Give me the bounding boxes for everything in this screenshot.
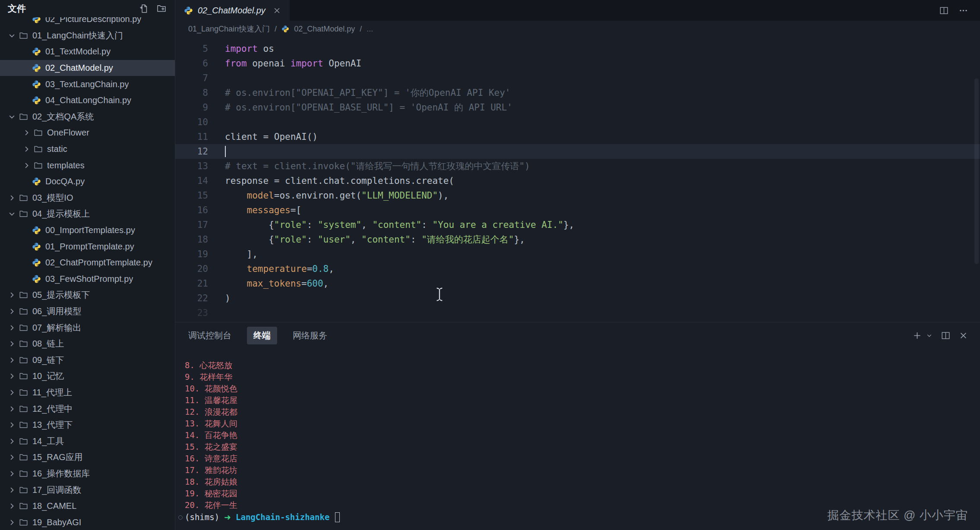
line-number: 6: [175, 56, 208, 71]
folder-icon: [34, 145, 43, 154]
file-tree: 02_PictureDescription.py01_LangChain快速入门…: [0, 17, 175, 530]
tree-item[interactable]: 07_解析输出: [0, 319, 175, 336]
editor-scrollbar[interactable]: [974, 79, 979, 264]
editor-tab[interactable]: 02_ChatModel.py: [175, 0, 290, 21]
tree-item[interactable]: templates: [0, 157, 175, 174]
tree-item-label: static: [47, 144, 67, 154]
tree-item[interactable]: 09_链下: [0, 352, 175, 368]
new-file-icon[interactable]: [139, 4, 149, 13]
tree-item[interactable]: 04_提示模板上: [0, 206, 175, 222]
folder-icon: [19, 453, 28, 462]
panel-tab[interactable]: 网络服务: [293, 330, 327, 341]
close-panel-icon[interactable]: [959, 331, 968, 340]
tree-item[interactable]: 03_模型IO: [0, 190, 175, 206]
code-line[interactable]: 13# text = client.invoke("请给我写一句情人节红玫瑰的中…: [175, 159, 980, 174]
token: "user": [318, 234, 351, 245]
token: OpenAI: [323, 58, 362, 69]
tree-item[interactable]: 02_PictureDescription.py: [0, 17, 175, 28]
tree-item-label: 03_FewShotPrompt.py: [45, 274, 133, 284]
code-line[interactable]: 18 {"role": "user", "content": "请给我的花店起个…: [175, 232, 980, 247]
tree-item[interactable]: 03_TextLangChain.py: [0, 76, 175, 92]
tree-item[interactable]: 03_FewShotPrompt.py: [0, 271, 175, 287]
code-line[interactable]: 11client = OpenAI(): [175, 129, 980, 144]
code-line[interactable]: 16 messages=[: [175, 203, 980, 218]
terminal-output[interactable]: 8. 心花怒放9. 花样年华10. 花颜悦色11. 温馨花屋12. 浪漫花都13…: [175, 348, 980, 530]
code-line[interactable]: 10: [175, 115, 980, 129]
split-editor-icon[interactable]: [939, 6, 948, 15]
code-line[interactable]: 6from openai import OpenAI: [175, 56, 980, 71]
tree-item[interactable]: 16_操作数据库: [0, 466, 175, 482]
tree-item[interactable]: OneFlower: [0, 125, 175, 141]
line-number: 12: [175, 144, 208, 159]
panel-tab[interactable]: 调试控制台: [188, 330, 231, 341]
tree-item[interactable]: 10_记忆: [0, 368, 175, 385]
tree-item[interactable]: 02_ChatPromptTemplate.py: [0, 255, 175, 271]
token: [225, 205, 247, 215]
token: {: [225, 220, 274, 230]
breadcrumb-file[interactable]: 02_ChatModel.py: [294, 25, 355, 34]
terminal-dropdown-icon[interactable]: [926, 332, 933, 339]
tree-item[interactable]: 18_CAMEL: [0, 498, 175, 514]
watermark: 掘金技术社区 @ 小小宇宙: [828, 508, 968, 523]
code-text: max_tokens=600,: [208, 276, 329, 291]
code-line[interactable]: 21 max_tokens=600,: [175, 276, 980, 291]
code-line[interactable]: 14response = client.chat.completions.cre…: [175, 174, 980, 188]
line-number: 8: [175, 85, 208, 100]
python-icon: [32, 96, 41, 105]
code-line[interactable]: 23: [175, 306, 980, 320]
tree-item[interactable]: 00_ImportTemplates.py: [0, 222, 175, 239]
tab-title: 02_ChatModel.py: [198, 6, 266, 16]
tree-item[interactable]: 01_PromptTemplate.py: [0, 238, 175, 255]
tree-item[interactable]: 13_代理下: [0, 417, 175, 433]
tree-item[interactable]: 01_LangChain快速入门: [0, 28, 175, 44]
tree-item[interactable]: 17_回调函数: [0, 482, 175, 498]
terminal-output-line: 9. 花样年华: [185, 371, 980, 383]
tree-item[interactable]: 11_代理上: [0, 385, 175, 401]
code-line[interactable]: 12: [175, 144, 980, 159]
tab-close-icon[interactable]: [273, 6, 281, 15]
code-line[interactable]: 8# os.environ["OPENAI_API_KEY"] = '你的Ope…: [175, 85, 980, 100]
tree-item[interactable]: 12_代理中: [0, 401, 175, 417]
editor-caret: [225, 146, 226, 157]
new-terminal-icon[interactable]: [913, 331, 922, 340]
terminal-output-line: 15. 花之盛宴: [185, 441, 980, 453]
tree-item-label: 11_代理上: [32, 387, 72, 398]
tree-item[interactable]: DocQA.py: [0, 174, 175, 190]
tree-item-label: 16_操作数据库: [32, 468, 90, 480]
breadcrumb-folder[interactable]: 01_LangChain快速入门: [188, 24, 270, 34]
code-line[interactable]: 5import os: [175, 41, 980, 56]
tree-item[interactable]: 08_链上: [0, 336, 175, 352]
tree-item[interactable]: 05_提示模板下: [0, 287, 175, 303]
token: ): [225, 293, 231, 303]
tree-item[interactable]: 06_调用模型: [0, 303, 175, 320]
tree-item[interactable]: 19_BabyAGI: [0, 514, 175, 530]
token: :: [307, 234, 318, 245]
code-line[interactable]: 20 temperature=0.8,: [175, 262, 980, 276]
token: },: [514, 234, 525, 245]
tree-item[interactable]: 01_TextModel.py: [0, 44, 175, 60]
tree-item[interactable]: 02_ChatModel.py: [0, 60, 175, 76]
panel-tabbar: 调试控制台终端网络服务: [175, 322, 980, 348]
tree-item[interactable]: 04_ChatLongChain.py: [0, 92, 175, 109]
tree-item[interactable]: static: [0, 141, 175, 158]
tree-item[interactable]: 02_文档QA系统: [0, 109, 175, 125]
new-folder-icon[interactable]: [157, 4, 166, 13]
more-actions-icon[interactable]: [959, 6, 968, 15]
code-line[interactable]: 19 ],: [175, 247, 980, 262]
tree-item-label: 02_文档QA系统: [32, 111, 94, 123]
code-editor[interactable]: 5import os6from openai import OpenAI78# …: [175, 37, 980, 322]
terminal-output-line: 19. 秘密花园: [185, 488, 980, 499]
token: ,: [351, 234, 361, 245]
code-line[interactable]: 7: [175, 71, 980, 85]
code-line[interactable]: 22): [175, 291, 980, 306]
code-line[interactable]: 9# os.environ["OPENAI_BASE_URL"] = 'Open…: [175, 100, 980, 115]
panel-tab[interactable]: 终端: [247, 327, 277, 344]
breadcrumb-more[interactable]: ...: [367, 25, 373, 34]
tree-item[interactable]: 15_RAG应用: [0, 449, 175, 466]
python-icon: [32, 17, 41, 24]
split-panel-icon[interactable]: [941, 331, 950, 340]
code-line[interactable]: 15 model=os.environ.get("LLM_MODELEND"),: [175, 188, 980, 203]
token: messages: [247, 205, 291, 215]
code-line[interactable]: 17 {"role": "system", "content": "You ar…: [175, 218, 980, 232]
tree-item[interactable]: 14_工具: [0, 433, 175, 449]
